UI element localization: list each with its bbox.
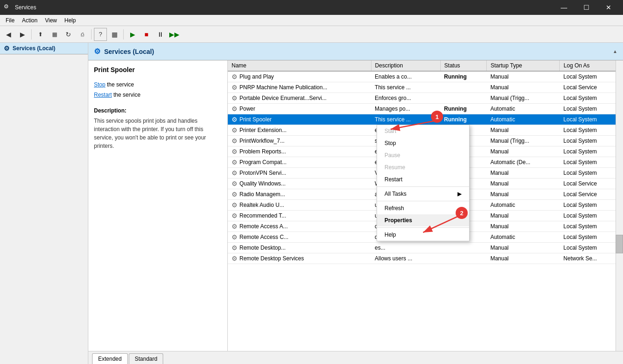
col-header-logon-as[interactable]: Log On As	[560, 60, 623, 71]
cell-name: ⚙PNRP Machine Name Publication...	[228, 82, 371, 93]
service-actions: Stop the service Restart the service	[94, 80, 222, 100]
context-menu-separator	[377, 186, 469, 187]
refresh-button[interactable]: ↻	[62, 28, 75, 41]
description-label: Description:	[94, 107, 222, 114]
menu-item-file[interactable]: File	[2, 16, 18, 25]
cell-startup-type: Manual	[487, 168, 560, 179]
pause-button[interactable]: ⏸	[154, 28, 167, 41]
cell-description: This service ...	[371, 114, 440, 125]
context-menu-separator	[377, 227, 469, 228]
export-button[interactable]: ⎙	[76, 28, 89, 41]
col-header-name[interactable]: Name	[228, 60, 371, 71]
cell-startup-type: Automatic	[487, 114, 560, 125]
context-menu: StartStopPauseResumeRestartAll Tasks▶Ref…	[377, 125, 470, 241]
col-header-status[interactable]: Status	[440, 60, 487, 71]
back-button[interactable]: ◀	[2, 28, 15, 41]
scrollbar-track[interactable]	[616, 60, 623, 351]
cell-startup-type: Manual	[487, 82, 560, 93]
cell-logon-as: Local System	[560, 71, 623, 82]
help-button[interactable]: ?	[94, 28, 107, 41]
service-title: Print Spooler	[94, 66, 222, 73]
maximize-button[interactable]: ☐	[576, 0, 597, 15]
context-menu-item-stop[interactable]: Stop	[377, 137, 469, 149]
cell-name: ⚙Printer Extension...	[228, 125, 371, 136]
bottom-tabs: Extended Standard	[88, 351, 623, 364]
minimize-button[interactable]: —	[553, 0, 575, 15]
cell-name: ⚙Problem Reports...	[228, 146, 371, 157]
menu-item-view[interactable]: View	[41, 16, 61, 25]
menu-bar: FileActionViewHelp	[0, 15, 623, 26]
tab-extended[interactable]: Extended	[92, 353, 128, 364]
cell-description: es...	[371, 243, 440, 253]
cell-startup-type: Manual	[487, 125, 560, 136]
cell-status	[440, 253, 487, 264]
row-gear-icon: ⚙	[232, 201, 238, 209]
row-gear-icon: ⚙	[232, 255, 238, 262]
row-gear-icon: ⚙	[232, 137, 238, 145]
restart-link[interactable]: Restart	[94, 92, 112, 98]
row-gear-icon: ⚙	[232, 94, 238, 102]
table-row[interactable]: ⚙Print SpoolerThis service ...RunningAut…	[228, 114, 623, 125]
cell-startup-type: Manual	[487, 71, 560, 82]
cell-logon-as: Local System	[560, 114, 623, 125]
left-panel: Print Spooler Stop the service Restart t…	[88, 60, 228, 351]
play-button[interactable]: ▶	[126, 28, 139, 41]
submenu-arrow-icon: ▶	[457, 191, 462, 197]
context-menu-item-properties[interactable]: Properties	[377, 214, 469, 226]
services-header-title: Services (Local)	[104, 48, 154, 55]
col-header-description[interactable]: Description	[371, 60, 440, 71]
show-hide-button[interactable]: ▦	[48, 28, 61, 41]
cell-logon-as: Network Se...	[560, 253, 623, 264]
forward-button[interactable]: ▶	[16, 28, 29, 41]
close-button[interactable]: ✕	[598, 0, 619, 15]
row-gear-icon: ⚙	[232, 212, 238, 219]
sort-indicator: ▲	[613, 49, 617, 54]
cell-name: ⚙ProtonVPN Servi...	[228, 168, 371, 179]
cell-name: ⚙Quality Windows...	[228, 179, 371, 189]
menu-item-action[interactable]: Action	[18, 16, 41, 25]
toolbar: ◀ ▶ ⬆ ▦ ↻ ⎙ ? ▦ ▶ ■ ⏸ ▶▶	[0, 26, 623, 43]
scrollbar-thumb[interactable]	[616, 235, 623, 253]
sidebar-item-services-local[interactable]: ⚙ Services (Local)	[0, 43, 88, 54]
cell-logon-as: Local Service	[560, 189, 623, 200]
cell-startup-type: Manual (Trigg...	[487, 136, 560, 146]
row-gear-icon: ⚙	[232, 159, 238, 166]
cell-startup-type: Manual	[487, 221, 560, 232]
table-row[interactable]: ⚙Portable Device Enumerat...Servi...Enfo…	[228, 93, 623, 104]
main-container: ⚙ Services (Local) ⚙ Services (Local) ▲ …	[0, 43, 623, 364]
cell-status	[440, 93, 487, 104]
table-row[interactable]: ⚙Remote Desktop ServicesAllows users ...…	[228, 253, 623, 264]
sidebar-gear-icon: ⚙	[4, 45, 10, 52]
annotation-bubble-2: 2	[456, 207, 468, 219]
cell-description: Allows users ...	[371, 253, 440, 264]
context-menu-item-pause: Pause	[377, 149, 469, 161]
menu-item-help[interactable]: Help	[61, 16, 80, 25]
sidebar-item-label: Services (Local)	[13, 45, 55, 52]
context-menu-item-restart[interactable]: Restart	[377, 173, 469, 185]
stop-link[interactable]: Stop	[94, 81, 106, 88]
toolbar-separator-1	[31, 29, 32, 40]
context-menu-item-all-tasks[interactable]: All Tasks▶	[377, 188, 469, 200]
context-menu-item-help[interactable]: Help	[377, 229, 469, 241]
cell-name: ⚙Radio Managem...	[228, 189, 371, 200]
cell-status: Running	[440, 114, 487, 125]
cell-logon-as: Local System	[560, 211, 623, 221]
resume-button[interactable]: ▶▶	[168, 28, 181, 41]
table-row[interactable]: ⚙Plug and PlayEnables a co...RunningManu…	[228, 71, 623, 82]
stop-button[interactable]: ■	[140, 28, 153, 41]
cell-logon-as: Local System	[560, 125, 623, 136]
row-gear-icon: ⚙	[232, 73, 238, 80]
cell-startup-type: Automatic (De...	[487, 157, 560, 168]
cell-startup-type: Manual (Trigg...	[487, 93, 560, 104]
view-toggle-button[interactable]: ▦	[108, 28, 121, 41]
col-header-startup-type[interactable]: Startup Type	[487, 60, 560, 71]
cell-startup-type: Manual	[487, 243, 560, 253]
up-button[interactable]: ⬆	[34, 28, 47, 41]
table-row[interactable]: ⚙Remote Desktop...es...ManualLocal Syste…	[228, 243, 623, 253]
cell-description: Enables a co...	[371, 71, 440, 82]
table-row[interactable]: ⚙PNRP Machine Name Publication...This se…	[228, 82, 623, 93]
table-row[interactable]: ⚙PowerManages po...RunningAutomaticLocal…	[228, 104, 623, 114]
table-area: Name Description Status Startup Type Log…	[228, 60, 623, 351]
tab-standard[interactable]: Standard	[129, 353, 164, 364]
cell-description: Manages po...	[371, 104, 440, 114]
